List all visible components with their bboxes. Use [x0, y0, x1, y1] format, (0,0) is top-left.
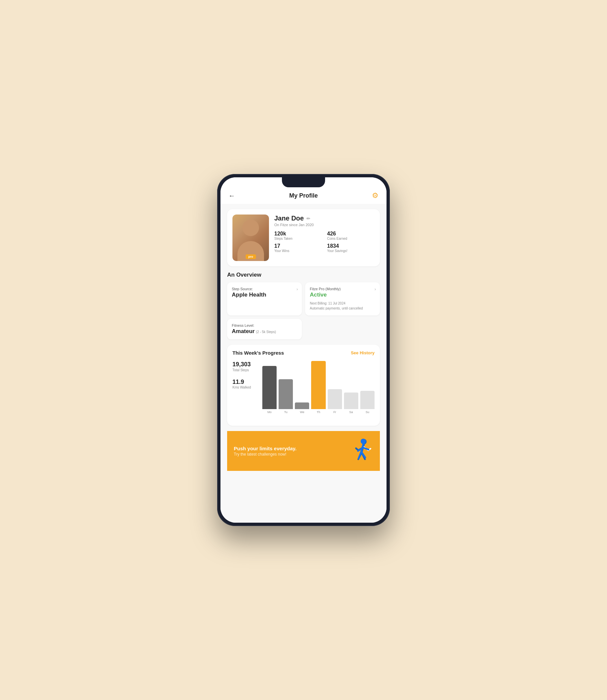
bar-mo: [262, 366, 277, 409]
promo-banner[interactable]: Push your limits everyday. Try the lates…: [227, 431, 380, 471]
subscription-status: Active: [310, 292, 375, 298]
profile-info: Jane Doe ✏ On Fitze since Jan 2020 120k …: [274, 214, 375, 261]
subscription-chevron: ›: [375, 287, 376, 292]
screen-content: ← My Profile ⚙ pro Jane Doe: [221, 177, 386, 523]
step-source-value: Apple Health: [232, 292, 297, 298]
bar-tu: [278, 379, 293, 409]
kms-walked-label: Kms Walked: [232, 385, 262, 389]
total-steps-label: Total Steps: [232, 368, 262, 372]
phone-screen: ← My Profile ⚙ pro Jane Doe: [221, 177, 386, 523]
banner-subtitle: Try the latest challenges now!: [234, 452, 347, 457]
bar-we: [295, 402, 309, 409]
phone-frame: ← My Profile ⚙ pro Jane Doe: [217, 174, 390, 526]
step-source-chevron: ›: [296, 287, 298, 292]
profile-name-row: Jane Doe ✏: [274, 214, 375, 222]
progress-header: This Week's Progress See History: [232, 350, 375, 356]
bar-item-mo: Mo: [262, 366, 277, 414]
bar-item-fr: Fr: [328, 389, 342, 414]
bar-label-fr: Fr: [333, 410, 336, 414]
fitness-label: Fitness Level:: [232, 323, 297, 327]
bar-su: [360, 391, 375, 409]
progress-card: This Week's Progress See History 19,303 …: [227, 345, 380, 426]
stats-grid: 120k Steps Taken 426 Coins Earned 17 You…: [274, 231, 375, 253]
billing-info: Next Billing: 11 Jul 2024 Automatic paym…: [310, 301, 375, 311]
main-content: pro Jane Doe ✏ On Fitze since Jan 2020 1…: [221, 204, 386, 523]
stat-coins-label: Coins Earned: [327, 237, 375, 240]
bar-label-mo: Mo: [267, 410, 272, 414]
progress-stats: 19,303 Total Steps 11.9 Kms Walked: [232, 361, 262, 420]
profile-card: pro Jane Doe ✏ On Fitze since Jan 2020 1…: [227, 209, 380, 266]
bar-label-sa: Sa: [349, 410, 353, 414]
subscription-card[interactable]: Fitze Pro (Monthly) Active Next Billing:…: [305, 282, 380, 316]
settings-icon[interactable]: ⚙: [372, 191, 379, 200]
edit-icon[interactable]: ✏: [307, 216, 311, 221]
billing-note: Automatic payments, until cancelled: [310, 306, 375, 311]
progress-content: 19,303 Total Steps 11.9 Kms Walked MoTuW…: [232, 361, 375, 420]
profile-photo-container: pro: [232, 214, 269, 261]
pro-badge: pro: [246, 254, 256, 259]
bar-th: [311, 361, 326, 409]
bar-label-th: Th: [317, 410, 320, 414]
subscription-label: Fitze Pro (Monthly): [310, 287, 375, 291]
step-source-card[interactable]: Step Source: Apple Health ›: [227, 282, 302, 316]
overview-title: An Overview: [227, 272, 380, 278]
bar-sa: [344, 393, 358, 409]
fitness-sub: (2 - 5k Steps): [256, 330, 276, 334]
stat-steps: 120k Steps Taken: [274, 231, 322, 240]
see-history-button[interactable]: See History: [351, 350, 375, 355]
bar-label-tu: Tu: [284, 410, 288, 414]
bar-label-su: Su: [365, 410, 369, 414]
stat-steps-label: Steps Taken: [274, 237, 322, 240]
bar-item-th: Th: [311, 361, 326, 414]
stat-savings-value: 1834: [327, 243, 375, 249]
stat-savings: 1834 Your Savings!: [327, 243, 375, 253]
banner-text: Push your limits everyday. Try the lates…: [234, 446, 347, 457]
stat-savings-label: Your Savings!: [327, 249, 375, 253]
phone-notch: [282, 177, 325, 187]
stat-wins-label: Your Wins: [274, 249, 322, 253]
fitness-level-card[interactable]: Fitness Level: Amateur (2 - 5k Steps): [227, 319, 302, 339]
stat-wins: 17 Your Wins: [274, 243, 322, 253]
fitness-value: Amateur: [232, 328, 255, 335]
total-steps-value: 19,303: [232, 361, 262, 368]
profile-name: Jane Doe: [274, 214, 304, 222]
progress-title: This Week's Progress: [232, 350, 284, 356]
bar-fr: [328, 389, 342, 409]
back-button[interactable]: ←: [228, 192, 235, 199]
bar-item-su: Su: [360, 391, 375, 414]
kms-walked-value: 11.9: [232, 379, 262, 386]
overview-grid: Step Source: Apple Health › Fitze Pro (M…: [227, 282, 380, 339]
runner-icon: [347, 438, 373, 464]
profile-photo[interactable]: [232, 214, 269, 261]
step-source-label: Step Source:: [232, 287, 297, 291]
stat-steps-value: 120k: [274, 231, 322, 237]
stat-coins-value: 426: [327, 231, 375, 237]
banner-title: Push your limits everyday.: [234, 446, 347, 451]
page-title: My Profile: [289, 192, 318, 199]
stat-wins-value: 17: [274, 243, 322, 249]
bar-item-sa: Sa: [344, 393, 358, 414]
bar-item-we: We: [295, 402, 309, 414]
billing-date: Next Billing: 11 Jul 2024: [310, 301, 375, 306]
bar-label-we: We: [300, 410, 304, 414]
profile-since: On Fitze since Jan 2020: [274, 223, 375, 227]
runner-figure: [347, 438, 373, 464]
svg-line-6: [363, 448, 369, 450]
bar-chart: MoTuWeThFrSaSu: [262, 361, 375, 420]
stat-coins: 426 Coins Earned: [327, 231, 375, 240]
bar-item-tu: Tu: [278, 379, 293, 414]
